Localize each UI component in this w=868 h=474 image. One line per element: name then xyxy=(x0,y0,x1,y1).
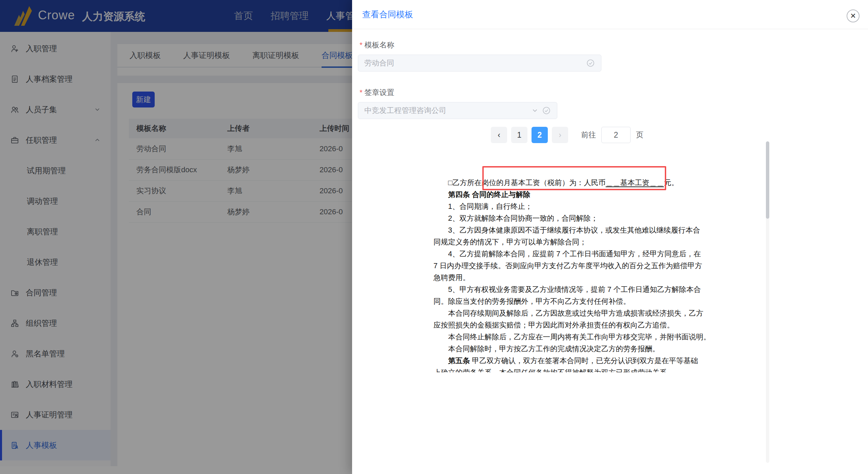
document-line: 上确立的劳务关系，本合同任何条款均不得被解释为双方已形成劳动关系 xyxy=(433,367,705,372)
document-line: 本合同终止解除后，乙方应在一周内将有关工作向甲方移交完毕，并附书面说明。 xyxy=(433,331,705,343)
chevron-down-icon xyxy=(531,107,539,114)
drawer-title: 查看合同模板 xyxy=(362,9,413,20)
document-line: 3、乙方因身体健康原因不适于继续履行本协议，或发生其他难以继续履行本合 xyxy=(433,224,705,236)
template-name-input[interactable]: 劳动合同 xyxy=(358,55,601,72)
view-contract-template-drawer: 查看合同模板 ✕ *模板名称 劳动合同 *签章设置 中竞发工程管理咨询公司 ‹ xyxy=(352,0,868,474)
contract-document-preview: □乙方所在岗位的月基本工资（税前）为：人民币＿＿基本工资＿＿元。第四条 合同的终… xyxy=(433,177,705,372)
page-button-1[interactable]: 1 xyxy=(511,127,527,143)
check-circle-icon xyxy=(586,59,595,67)
document-line: 本合同解除时，甲方按乙方工作的完成情况决定乙方的劳务报酬。 xyxy=(433,343,705,355)
check-circle-icon xyxy=(542,106,551,115)
salary-highlight-box xyxy=(482,166,666,190)
seal-setting-label: *签章设置 xyxy=(360,87,394,98)
goto-page-input[interactable]: 2 xyxy=(601,127,631,143)
template-name-value: 劳动合同 xyxy=(364,58,586,68)
preview-scrollbar[interactable] xyxy=(766,141,769,463)
seal-setting-value: 中竞发工程管理咨询公司 xyxy=(364,105,531,116)
document-line: 5、甲方有权视业务需要及乙方业绩情况等，提前 7 个工作日通知乙方解除本合 xyxy=(433,284,705,296)
goto-label: 前往 xyxy=(581,130,596,140)
next-page-button[interactable]: › xyxy=(552,127,568,143)
document-line: 4、乙方提前解除本合同，应提前 7 个工作日书面通知甲方，经甲方同意后，在 xyxy=(433,248,705,260)
close-icon[interactable]: ✕ xyxy=(847,9,860,22)
drawer-header-divider xyxy=(352,29,868,29)
document-line: 应按照损失的金额据实赔偿；甲方因此而对外承担责任的有权向乙方追偿。 xyxy=(433,319,705,331)
document-line: 第四条 合同的终止与解除 xyxy=(433,189,705,201)
seal-setting-select[interactable]: 中竞发工程管理咨询公司 xyxy=(358,102,557,119)
scrollbar-thumb[interactable] xyxy=(766,141,769,219)
document-line: 本合同存续期间及解除后，乙方因故意或过失给甲方造成损害或经济损失，乙方 xyxy=(433,308,705,319)
document-line: 2、双方就解除本合同协商一致的，合同解除； xyxy=(433,213,705,224)
hr-system-page: Crowe 人力资源系统 首页招聘管理人事管理 入职管理人事档案管理人员子集任职… xyxy=(0,0,868,474)
page-unit-label: 页 xyxy=(636,130,643,140)
prev-page-button[interactable]: ‹ xyxy=(491,127,507,143)
document-line: 急聘费用。 xyxy=(433,272,705,284)
required-asterisk: * xyxy=(360,41,363,49)
page-button-2[interactable]: 2 xyxy=(532,127,548,143)
document-line: 同。除应当支付的劳务报酬外，甲方不向乙方支付任何补偿。 xyxy=(433,296,705,308)
page-number-buttons: 12 xyxy=(511,127,552,143)
preview-pagination: ‹ 12 › 前往 2 页 xyxy=(491,127,643,143)
required-asterisk: * xyxy=(360,88,363,97)
document-line: 同规定义务的情况下，甲方可以单方解除合同； xyxy=(433,236,705,248)
document-line: 7 日内办理交接手续。否则应向甲方支付乙方年度平均收入的百分之五作为赔偿甲方 xyxy=(433,260,705,272)
document-line: 第五条 甲乙双方确认，双方在签署本合同时，已充分认识到双方是在平等基础 xyxy=(433,355,705,367)
document-line: 1、合同期满，自行终止； xyxy=(433,201,705,213)
template-name-label: *模板名称 xyxy=(360,40,394,50)
